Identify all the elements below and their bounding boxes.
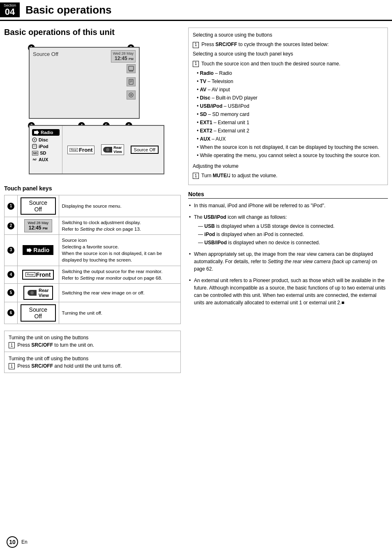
touch-key-desc-5: Switching the rear view image on or off. — [59, 283, 180, 302]
ipod-icon — [32, 144, 37, 149]
rear-front-panel-btn[interactable]: Rear Front — [67, 146, 95, 154]
touch-key-num-5: 5 — [5, 283, 18, 302]
camera-icon — [103, 147, 112, 153]
front-key-label: Front — [36, 271, 51, 278]
touch-key-num-4: 4 — [5, 266, 18, 283]
circle-6: 6 — [7, 309, 14, 316]
touch-key-row-5: 5 RearView Switching the rear view image… — [5, 283, 181, 302]
source-off-key[interactable]: Source Off — [21, 197, 56, 215]
touch-key-visual-2[interactable]: Wed 28 May 12:45 PM — [18, 217, 59, 235]
touch-key-num-6: 6 — [5, 302, 18, 324]
notes-section: Notes In this manual, iPod and iPhone wi… — [188, 191, 388, 306]
rear-small-key-label: Rear — [25, 272, 35, 277]
left-column: Basic operations of this unit 1 2 Source… — [4, 28, 181, 373]
right-column: Selecting a source using the buttons 1 P… — [188, 28, 388, 373]
clock-key-date: Wed 28 May — [28, 221, 48, 225]
step-1-btn: 1 — [193, 42, 199, 48]
rear-view-cam-icon — [28, 290, 37, 296]
step-num-on: 1 — [9, 342, 15, 348]
header-title: Basic operations — [25, 4, 112, 16]
mute-bold: MUTE/♩ — [213, 173, 231, 178]
info-boxes: Turning the unit on using the buttons 1 … — [4, 331, 181, 373]
screen-icon-1 — [127, 64, 136, 73]
svg-rect-0 — [129, 66, 134, 70]
clock-ampm: PM — [129, 57, 134, 61]
svg-point-9 — [130, 94, 132, 96]
rear-small-label: Rear — [69, 148, 78, 152]
aux-icon — [32, 157, 37, 162]
source-tv: TV – Television — [197, 78, 383, 85]
note-external-unit: An external unit refers to a Pioneer pro… — [188, 277, 388, 306]
rear-front-key[interactable]: RearFront — [22, 270, 54, 280]
usb-ipod-change: USB/iPod is displayed when no device is … — [198, 239, 388, 246]
srcoff-bold: SRC/OFF — [215, 42, 237, 47]
select-source-touch-title: Selecting a source using the touch panel… — [193, 50, 383, 58]
clock-key-time: 12:45 PM — [28, 225, 48, 231]
radio-src-btn[interactable]: Radio — [32, 129, 60, 136]
usb-ipod-changes: USB is displayed when a USB storage devi… — [194, 222, 388, 246]
radio-key[interactable]: Radio — [23, 245, 53, 255]
source-off-panel-btn[interactable]: Source Off — [131, 146, 159, 154]
adjusting-volume-title: Adjusting the volume — [193, 162, 383, 170]
circle-3: 3 — [7, 247, 14, 254]
screen-clock: Wed 28 May 12:45 PM — [111, 50, 136, 63]
select-source-buttons-step: 1 Press SRC/OFF to cycle through the sou… — [193, 41, 383, 49]
touch-key-num-2: 2 — [5, 217, 18, 235]
page-header: Section 04 Basic operations — [0, 0, 392, 21]
step-num-off: 1 — [9, 363, 15, 369]
touch-key-visual-4[interactable]: RearFront — [18, 266, 59, 283]
ipod-change: iPod is displayed when an iPod is connec… — [198, 231, 388, 238]
touch-key-row-1: 1 Source Off Displaying the source menu. — [5, 195, 181, 217]
clock-time: 12:45 PM — [113, 56, 134, 61]
info-box-off: Turning the unit off using the buttons 1… — [4, 352, 181, 373]
svg-rect-4 — [129, 79, 133, 84]
radio-key-icon — [27, 248, 32, 253]
device-diagram: 1 2 Source Off Wed 28 May 12:45 PM — [4, 43, 168, 178]
touch-key-visual-3[interactable]: Radio — [18, 235, 59, 266]
radio-arrow-icon — [34, 130, 39, 135]
select-source-touch-step: 1 Touch the source icon and then touch t… — [193, 60, 383, 68]
step-1-vol: 1 — [193, 173, 199, 179]
screen-icon-2 — [127, 77, 136, 86]
rear-view-key[interactable]: RearView — [23, 286, 53, 300]
screen-display: Source Off Wed 28 May 12:45 PM — [29, 47, 140, 119]
source-radio: Radio – Radio — [197, 70, 383, 77]
touch-key-visual-5[interactable]: RearView — [18, 283, 59, 302]
page-number: 10 — [7, 536, 18, 548]
source-off-key-2[interactable]: Source Off — [21, 304, 56, 322]
info-box-on-title: Turning the unit on using the buttons — [9, 335, 88, 341]
touch-key-desc-3: Source iconSelecting a favorite source.W… — [59, 235, 180, 266]
main-layout: Basic operations of this unit 1 2 Source… — [0, 28, 392, 373]
clock-key-ampm: PM — [43, 227, 48, 230]
circle-5: 5 — [7, 289, 14, 296]
note-rear-camera: When appropriately set up, the image fro… — [188, 250, 388, 273]
disc-icon — [32, 137, 37, 142]
notes-list: In this manual, iPod and iPhone will be … — [188, 202, 388, 306]
source-aux: AUX – AUX — [197, 135, 383, 143]
rear-view-key-label: RearView — [39, 288, 49, 298]
touch-key-row-2: 2 Wed 28 May 12:45 PM Switching to clock… — [5, 217, 181, 235]
touch-keys-table: 1 Source Off Displaying the source menu.… — [4, 195, 181, 324]
touch-key-num-3: 3 — [5, 235, 18, 266]
button-row-area: Radio Disc iPod SD SD — [29, 125, 164, 174]
section-num: 04 — [5, 7, 15, 16]
panel-button-row: Rear Front RearView Source Off — [62, 126, 164, 174]
sd-label: SD — [32, 151, 38, 155]
sd-src-btn[interactable]: SD SD — [32, 151, 60, 155]
source-ext1: EXT1 – External unit 1 — [197, 119, 383, 126]
touch-key-visual-6[interactable]: Source Off — [18, 302, 59, 324]
aux-src-btn[interactable]: AUX — [32, 157, 60, 162]
select-source-buttons-title: Selecting a source using the buttons — [193, 31, 383, 39]
circle-2: 2 — [7, 222, 14, 229]
source-disc: Disc – Built-in DVD player — [197, 94, 383, 102]
usb-change: USB is displayed when a USB storage devi… — [198, 222, 388, 230]
touch-key-visual-1[interactable]: Source Off — [18, 195, 59, 217]
touch-key-num-1: 1 — [5, 195, 18, 217]
rear-view-panel-btn[interactable]: RearView — [101, 144, 124, 155]
disc-src-btn[interactable]: Disc — [32, 137, 60, 142]
step-1-touch: 1 — [193, 61, 199, 67]
screen-icon-3 — [127, 90, 136, 100]
ipod-src-btn[interactable]: iPod — [32, 144, 60, 149]
screen-source-off-label: Source Off — [33, 51, 58, 57]
clock-key[interactable]: Wed 28 May 12:45 PM — [24, 219, 52, 232]
